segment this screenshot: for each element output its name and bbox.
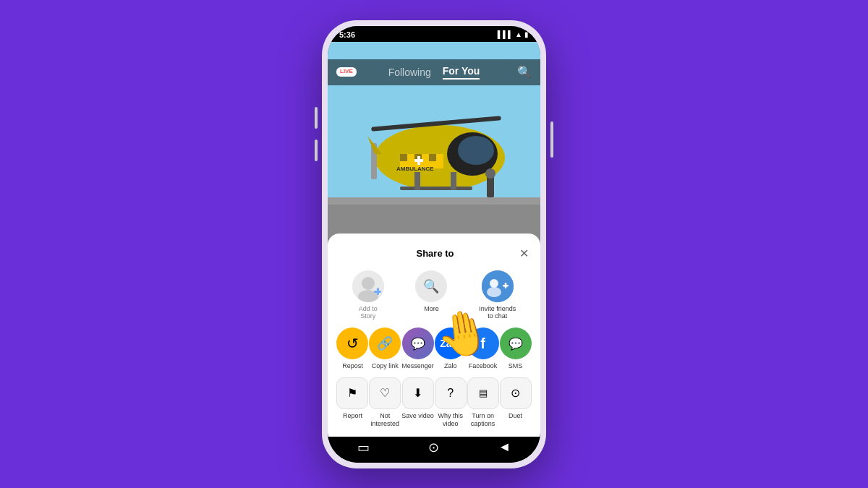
captions-icon: ▤ bbox=[479, 388, 488, 398]
share-item-repost[interactable]: ↺ Repost bbox=[336, 328, 368, 370]
app-header: LIVE Following For You 🔍 bbox=[328, 59, 540, 85]
share-panel: Share to ✕ bbox=[328, 234, 540, 437]
more-icon: 🔍 bbox=[423, 278, 439, 294]
messenger-icon: 💬 bbox=[411, 337, 425, 351]
why-this-video-icon: ? bbox=[447, 387, 454, 400]
svg-point-32 bbox=[487, 287, 501, 297]
share-row-1: Add toStory 🔍 More bbox=[336, 270, 532, 321]
svg-point-26 bbox=[362, 277, 375, 290]
nav-back-icon[interactable]: ◄ bbox=[498, 440, 511, 455]
share-item-zalo[interactable]: Zalo Zalo bbox=[435, 328, 467, 370]
facebook-label: Facebook bbox=[469, 362, 498, 370]
actions-row: ⚑ Report ♡ Notinterested ⬇ Save video bbox=[336, 377, 532, 428]
repost-icon: ↺ bbox=[346, 335, 359, 352]
sms-icon: 💬 bbox=[509, 337, 523, 351]
svg-rect-16 bbox=[429, 154, 436, 161]
live-label: LIVE bbox=[340, 69, 353, 75]
action-why-this-video[interactable]: ? Why thisvideo bbox=[435, 377, 467, 428]
svg-point-18 bbox=[485, 168, 495, 179]
signal-icon: ▌▌▌ bbox=[498, 30, 513, 38]
messenger-label: Messenger bbox=[401, 362, 434, 370]
action-not-interested[interactable]: ♡ Notinterested bbox=[369, 377, 401, 428]
action-report[interactable]: ⚑ Report bbox=[336, 377, 368, 428]
svg-rect-14 bbox=[400, 154, 407, 161]
share-item-messenger[interactable]: 💬 Messenger bbox=[401, 328, 434, 370]
not-interested-icon: ♡ bbox=[380, 386, 390, 400]
tab-following[interactable]: Following bbox=[388, 67, 431, 78]
report-label: Report bbox=[343, 412, 362, 420]
live-badge: LIVE bbox=[336, 67, 357, 77]
zalo-label: Zalo bbox=[444, 362, 457, 370]
status-time: 5:36 bbox=[339, 30, 355, 39]
battery-icon: ▮ bbox=[524, 30, 529, 38]
save-video-label: Save video bbox=[401, 412, 434, 420]
tab-for-you[interactable]: For You bbox=[443, 65, 480, 80]
volume-down-button[interactable] bbox=[315, 140, 318, 161]
share-item-facebook[interactable]: f Facebook bbox=[467, 328, 499, 370]
close-button[interactable]: ✕ bbox=[516, 245, 532, 262]
wifi-icon: ▲ bbox=[515, 30, 522, 38]
svg-rect-2 bbox=[328, 197, 540, 205]
copy-link-icon: 🔗 bbox=[377, 335, 393, 351]
copy-link-label: Copy link bbox=[372, 362, 399, 370]
share-item-copy-link[interactable]: 🔗 Copy link bbox=[369, 328, 401, 370]
power-button[interactable] bbox=[550, 121, 553, 158]
facebook-icon: f bbox=[480, 335, 485, 352]
bottom-nav: ▭ ⊙ ◄ bbox=[328, 434, 540, 463]
report-icon: ⚑ bbox=[347, 386, 357, 400]
share-title: Share to bbox=[354, 248, 516, 259]
share-item-more[interactable]: 🔍 More bbox=[415, 270, 447, 321]
duet-icon: ⊙ bbox=[511, 386, 520, 400]
share-item-sms[interactable]: 💬 SMS bbox=[500, 328, 532, 370]
why-this-video-label: Why thisvideo bbox=[438, 412, 463, 428]
svg-point-5 bbox=[458, 136, 494, 165]
phone-frame: 5:36 ▌▌▌ ▲ ▮ bbox=[322, 20, 546, 468]
svg-rect-9 bbox=[400, 187, 472, 190]
svg-point-30 bbox=[482, 270, 514, 302]
nav-home-icon[interactable]: ▭ bbox=[357, 440, 370, 455]
not-interested-label: Notinterested bbox=[371, 412, 400, 428]
svg-rect-29 bbox=[377, 288, 379, 295]
add-story-label: Add toStory bbox=[359, 305, 378, 321]
captions-label: Turn oncaptions bbox=[471, 412, 495, 428]
invite-friends-label: Invite friendsto chat bbox=[479, 305, 516, 321]
action-save-video[interactable]: ⬇ Save video bbox=[401, 377, 434, 428]
more-label: More bbox=[424, 305, 439, 313]
status-bar: 5:36 ▌▌▌ ▲ ▮ bbox=[328, 26, 540, 42]
nav-tabs: Following For You bbox=[388, 65, 480, 80]
action-captions[interactable]: ▤ Turn oncaptions bbox=[467, 377, 499, 428]
share-item-add-story[interactable]: Add toStory bbox=[352, 270, 384, 321]
nav-home-button[interactable]: ⊙ bbox=[428, 440, 439, 455]
action-duet[interactable]: ⊙ Duet bbox=[500, 377, 532, 428]
status-icons: ▌▌▌ ▲ ▮ bbox=[498, 30, 529, 38]
phone-screen: 5:36 ▌▌▌ ▲ ▮ bbox=[328, 26, 540, 463]
search-icon[interactable]: 🔍 bbox=[517, 65, 532, 79]
svg-text:AMBULANCE: AMBULANCE bbox=[396, 166, 434, 172]
svg-rect-34 bbox=[504, 283, 506, 288]
duet-label: Duet bbox=[509, 412, 522, 420]
volume-up-button[interactable] bbox=[315, 107, 318, 129]
share-item-invite-friends[interactable]: Invite friendsto chat bbox=[479, 270, 516, 321]
svg-rect-20 bbox=[417, 156, 420, 165]
sms-label: SMS bbox=[509, 362, 523, 370]
svg-rect-11 bbox=[451, 172, 456, 190]
share-row-2: ↺ Repost 🔗 Copy link 💬 Messenger bbox=[336, 328, 532, 370]
zalo-icon: Zalo bbox=[440, 338, 461, 349]
svg-rect-17 bbox=[487, 176, 494, 197]
svg-point-31 bbox=[490, 279, 498, 288]
repost-label: Repost bbox=[342, 362, 363, 370]
svg-rect-10 bbox=[414, 172, 420, 190]
share-header: Share to ✕ bbox=[336, 245, 532, 262]
save-video-icon: ⬇ bbox=[413, 386, 422, 400]
